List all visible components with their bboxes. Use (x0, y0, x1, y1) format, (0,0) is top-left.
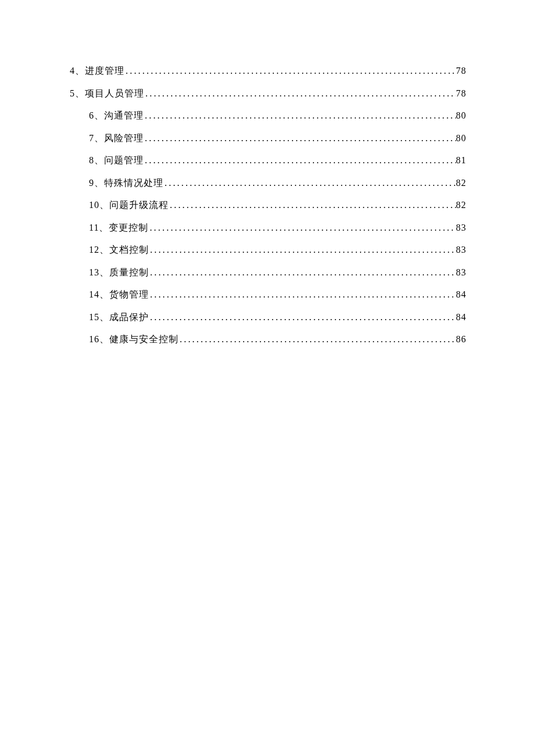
toc-page: 82 (456, 172, 466, 195)
toc-leader (179, 328, 456, 351)
toc-entry: 9、特殊情况处理 82 (70, 172, 466, 195)
toc-page: 84 (456, 284, 466, 306)
toc-title: 11、变更控制 (89, 217, 148, 239)
toc-page: 83 (456, 261, 466, 284)
toc-title: 5、项目人员管理 (70, 83, 144, 105)
toc-entry: 4、进度管理 78 (70, 60, 466, 83)
toc-page: 78 (456, 83, 466, 105)
toc-title: 6、沟通管理 (89, 105, 144, 127)
toc-list: 4、进度管理 78 5、项目人员管理 78 6、沟通管理 80 7、风险管理 8… (70, 60, 466, 351)
toc-entry: 7、风险管理 80 (70, 127, 466, 150)
toc-leader (148, 217, 456, 239)
toc-entry: 10、问题升级流程 82 (70, 194, 466, 217)
toc-entry: 6、沟通管理 80 (70, 105, 466, 127)
toc-page: 80 (456, 127, 466, 150)
toc-title: 7、风险管理 (89, 127, 144, 150)
toc-leader (169, 194, 456, 217)
toc-leader (149, 239, 456, 261)
toc-title: 14、货物管理 (89, 284, 149, 306)
toc-entry: 14、货物管理 84 (70, 284, 466, 306)
toc-page: 83 (456, 239, 466, 261)
toc-entry: 16、健康与安全控制 86 (70, 328, 466, 351)
toc-entry: 11、变更控制 83 (70, 217, 466, 239)
toc-entry: 5、项目人员管理 78 (70, 83, 466, 105)
toc-title: 13、质量控制 (89, 261, 149, 284)
toc-title: 10、问题升级流程 (89, 194, 169, 217)
toc-leader (149, 261, 456, 284)
toc-title: 16、健康与安全控制 (89, 328, 179, 351)
toc-leader (149, 284, 456, 306)
toc-title: 8、问题管理 (89, 149, 144, 172)
toc-page: 82 (456, 194, 466, 217)
toc-entry: 13、质量控制 83 (70, 261, 466, 284)
toc-leader (124, 60, 456, 83)
toc-title: 9、特殊情况处理 (89, 172, 163, 195)
toc-entry: 12、文档控制 83 (70, 239, 466, 261)
toc-leader (163, 172, 456, 195)
toc-page: 86 (456, 328, 466, 351)
toc-leader (144, 83, 456, 105)
toc-page: 84 (456, 306, 466, 329)
toc-page: 80 (456, 105, 466, 127)
toc-page: 83 (456, 217, 466, 239)
toc-leader (149, 306, 456, 329)
toc-page: 78 (456, 60, 466, 83)
toc-title: 4、进度管理 (70, 60, 124, 83)
toc-title: 12、文档控制 (89, 239, 149, 261)
toc-leader (144, 127, 456, 150)
toc-leader (144, 105, 456, 127)
toc-leader (144, 149, 456, 172)
toc-page: 81 (456, 149, 466, 172)
toc-title: 15、成品保护 (89, 306, 149, 329)
toc-entry: 15、成品保护 84 (70, 306, 466, 329)
toc-entry: 8、问题管理 81 (70, 149, 466, 172)
